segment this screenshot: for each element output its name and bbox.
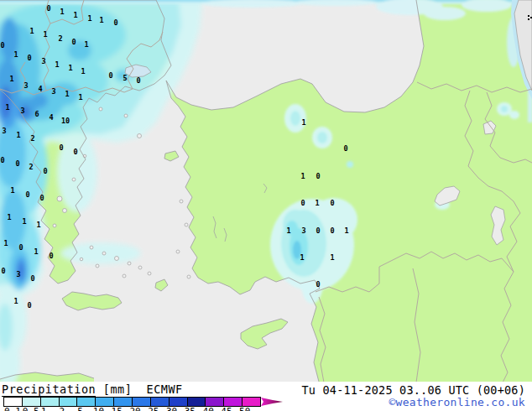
legend-scale-label: 2: [60, 406, 65, 411]
legend-color-cell: [41, 398, 60, 406]
precip-amount-label: 1: [315, 199, 319, 207]
precip-amount-label: 1: [5, 103, 9, 112]
precip-amount-label: 0: [27, 301, 31, 310]
legend-scale-label: 30: [166, 406, 177, 411]
precip-amount-label: 1: [68, 64, 72, 72]
legend-unit: [96, 382, 103, 396]
legend-unit-label: [mm]: [103, 382, 133, 396]
legend-color-cell: [23, 398, 41, 406]
precip-amount-label: 1: [7, 213, 11, 221]
precip-amount-label: 1: [16, 131, 20, 139]
precip-amount-label: 6: [34, 110, 39, 118]
precip-amount-label: 0: [49, 252, 53, 260]
precip-amount-label: 4: [38, 85, 42, 93]
precip-amount-label: 3: [20, 107, 24, 115]
precip-amount-label: 1: [60, 8, 64, 16]
legend-color-cell: [224, 398, 243, 406]
legend-scale-labels: 0.10.5125101520253035404550: [0, 406, 285, 411]
precip-amount-label: 0: [343, 144, 347, 153]
precip-amount-label: 1: [99, 16, 103, 24]
legend-title: Precipitation [mm] ECMWF: [2, 382, 183, 396]
precip-amount-label: 1: [300, 253, 304, 262]
precip-amount-label: 3: [2, 127, 6, 135]
legend-model-label: ECMWF: [147, 382, 183, 396]
copyright-link[interactable]: ©weatheronline.co.uk: [389, 396, 525, 408]
precip-amount-label: 0: [39, 194, 44, 202]
precip-amount-label: 1: [9, 75, 13, 83]
precip-amount-label: 1: [81, 67, 85, 75]
precip-amount-label: 1: [84, 40, 88, 49]
precip-amount-label: 2: [30, 134, 34, 143]
precip-amount-label: 1: [29, 27, 34, 35]
legend-scale-label: 45: [221, 406, 232, 411]
precip-amount-label: 3: [41, 57, 45, 65]
precip-amount-label: 1: [286, 226, 290, 235]
precip-amount-label: 4: [49, 113, 53, 122]
legend-color-cell: [151, 398, 170, 406]
precip-amount-label: 0: [330, 199, 334, 207]
weather-map-screenshot: 0111101120101031110501343111364103120000…: [0, 0, 532, 411]
precip-amount-label: 0: [0, 41, 4, 49]
precip-amount-label: 0: [316, 226, 320, 235]
precip-amount-label: 1: [301, 118, 305, 127]
precip-amount-label: 10: [61, 117, 70, 125]
legend-color-cell: [77, 398, 96, 406]
precip-amount-label: 1: [300, 172, 305, 180]
precip-amount-label: 0: [136, 76, 140, 85]
precip-amount-label: 1: [73, 11, 77, 19]
precip-amount-label: 0: [15, 159, 19, 168]
legend-scale-label: 35: [185, 406, 196, 411]
precip-amount-label: 0: [43, 167, 47, 175]
legend-scale-label: 25: [148, 406, 159, 411]
precip-amount-label: 1: [3, 239, 8, 247]
legend-scale-label: 20: [129, 406, 140, 411]
legend-scale-label: 0.1: [4, 406, 21, 411]
precip-amount-label: 1: [65, 90, 69, 98]
precip-amount-label: 0: [1, 267, 5, 275]
precip-amount-label: 3: [23, 81, 28, 90]
precip-amount-label: 0: [30, 274, 34, 283]
legend: Precipitation [mm] ECMWF 0.10.5125101520…: [0, 382, 532, 411]
legend-scale-label: 10: [93, 406, 104, 411]
forecast-datetime: Tu 04-11-2025 03..06 UTC (00+06): [302, 383, 526, 397]
legend-color-cell: [133, 398, 151, 406]
precip-amount-label: 1: [13, 50, 18, 59]
precip-amount-label: 1: [344, 226, 348, 235]
precip-amount-label: 0: [300, 199, 305, 207]
legend-title-link[interactable]: Precipitation: [2, 382, 96, 397]
legend-color-cell: [114, 398, 133, 406]
precip-amount-label: 5: [123, 74, 127, 82]
legend-scale-label: 0.5: [23, 406, 39, 411]
legend-color-cell: [60, 398, 78, 406]
legend-scale-label: 5: [77, 406, 83, 411]
precip-amount-label: 0: [0, 156, 4, 164]
legend-scale-label: 40: [203, 406, 214, 411]
precip-amount-label: 0: [113, 18, 117, 27]
precip-amount-label: 0: [59, 143, 63, 152]
legend-color-cell: [96, 398, 114, 406]
legend-color-cell: [206, 398, 224, 406]
precip-amount-label: 3: [16, 270, 20, 278]
precip-amount-label: 0: [108, 71, 112, 80]
legend-color-cell: [4, 398, 23, 406]
legend-color-cell: [170, 398, 188, 406]
precip-amount-label: 1: [330, 253, 334, 262]
precip-amount-label: 0: [27, 54, 31, 62]
precip-amount-label: 1: [22, 217, 26, 226]
precip-amount-label: 1: [78, 93, 82, 101]
precip-amount-label: 0: [330, 226, 334, 235]
precip-amount-label: 0: [18, 243, 23, 252]
precip-amount-label: 0: [316, 172, 320, 180]
precip-amount-label: 1: [13, 297, 18, 305]
precip-amount-label: 0: [46, 4, 50, 13]
precip-amount-label: 3: [301, 226, 305, 235]
precip-amount-label: 1: [87, 14, 91, 23]
precip-amount-label: 1: [10, 186, 14, 195]
legend-color-cell: [188, 398, 206, 406]
map-canvas: 0111101120101031110501343111364103120000…: [0, 0, 532, 382]
precip-amount-label: 0: [316, 280, 320, 289]
legend-color-cell: [243, 398, 260, 406]
precip-amount-label: 0: [71, 38, 76, 46]
precip-amount-label: 2: [29, 163, 33, 171]
precip-amount-label: 3: [51, 87, 55, 96]
